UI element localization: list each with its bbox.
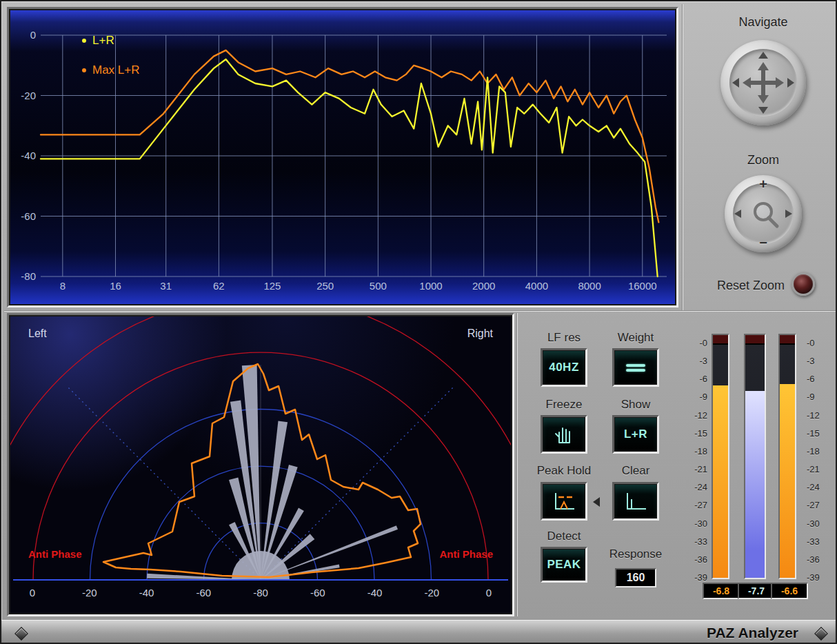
svg-text:16000: 16000 [628,280,657,292]
clip-led-left [713,335,728,345]
svg-text:500: 500 [370,280,387,292]
meter-fill-mid [745,391,765,578]
right-channel-label: Right [467,328,493,340]
legend-label-lr: L+R [92,34,114,48]
collapse-arrow-icon[interactable] [593,497,600,507]
response-label: Response [598,547,674,561]
svg-text:-20: -20 [82,587,97,598]
meter-fill-left [713,385,728,578]
svg-text:250: 250 [316,280,334,292]
zoom-control[interactable]: + − [725,175,802,252]
svg-text:-40: -40 [21,150,36,161]
svg-text:62: 62 [213,280,225,292]
detect-button[interactable]: PEAK [541,547,587,583]
meter-right [778,334,796,579]
meter-well-right [780,345,795,578]
horizontal-divider [4,310,836,311]
legend-label-max-lr: Max L+R [92,63,140,77]
meter-readout-left: -6.8 [703,583,740,599]
show-button[interactable]: L+R [612,415,659,454]
polar-graph: 0-20-40-60-80-60-40-200 [10,316,511,613]
zoom-in-button[interactable]: + [725,177,802,192]
spectrum-display: 81631621252505001000200040008000160000-2… [9,9,676,305]
left-channel-label: Left [28,328,47,340]
navigate-arrows-icon [720,40,806,125]
svg-text:8000: 8000 [578,280,601,292]
svg-text:-20: -20 [424,587,439,598]
lf-res-label: LF res [526,331,602,345]
svg-text:2000: 2000 [472,280,495,292]
svg-text:-20: -20 [21,90,36,101]
reset-zoom-button[interactable] [791,272,815,296]
show-value: L+R [624,427,647,441]
response-value: 160 [627,572,645,584]
svg-text:125: 125 [263,280,281,292]
clip-led-mid [745,335,765,345]
svg-text:0: 0 [486,587,492,598]
svg-text:16: 16 [110,280,121,292]
clear-label: Clear [598,464,674,478]
detect-value: PEAK [547,558,581,572]
vertical-divider-bottom [516,313,517,616]
clip-led-right [780,335,795,345]
vertical-divider-top [682,4,683,310]
meter-well-left [713,345,728,578]
legend-item-max-lr: Max L+R [82,63,140,77]
polar-panel: 0-20-40-60-80-60-40-200 Left Right Anti … [7,313,514,616]
zoom-label: Zoom [694,153,832,167]
waves-diamond-left-icon[interactable] [14,627,28,641]
svg-text:8: 8 [60,280,65,292]
legend-item-lr: L+R [82,34,140,48]
peak-hold-graph-icon [551,490,577,512]
svg-text:-80: -80 [21,270,36,282]
lf-res-value: 40HZ [549,361,579,374]
meter-left [712,334,729,579]
hand-icon [552,423,576,446]
polar-display: 0-20-40-60-80-60-40-200 Left Right Anti … [9,315,512,614]
plugin-title: PAZ Analyzer [707,625,798,641]
meter-readout-mid: -7.7 [738,583,775,599]
clear-graph-icon [623,490,649,512]
freeze-label: Freeze [526,398,602,412]
svg-text:-60: -60 [310,587,325,598]
spectrum-legend: L+R Max L+R [82,34,140,93]
polar-graph-content: 0-20-40-60-80-60-40-200 [10,316,511,598]
meter-well-mid [745,345,765,578]
meter-scale-left: -0-3-6-9-12-15-18-21-24-27-30-33-36-39 [681,339,707,592]
anti-phase-left-label: Anti Phase [28,548,82,560]
weight-button[interactable] [612,348,659,387]
svg-text:0: 0 [30,587,35,598]
response-value-box[interactable]: 160 [615,568,656,587]
meter-fill-right [780,384,795,578]
title-bar: PAZ Analyzer [1,620,836,644]
paz-analyzer-window: 81631621252505001000200040008000160000-2… [0,0,837,644]
show-label: Show [598,398,674,412]
weight-label: Weight [598,331,674,345]
meter-mid [744,334,766,579]
reset-zoom-label: Reset Zoom [677,279,785,292]
svg-text:4000: 4000 [525,280,548,292]
svg-text:-60: -60 [21,210,36,222]
svg-text:0: 0 [30,29,36,41]
peak-hold-label: Peak Hold [526,464,602,478]
svg-text:-80: -80 [253,587,268,598]
peak-hold-button[interactable] [541,482,587,521]
legend-dot-lr-icon [82,39,86,43]
meter-readout-right: -6.6 [771,583,808,599]
anti-phase-right-label: Anti Phase [439,548,493,560]
svg-text:-40: -40 [367,587,383,598]
navigate-control[interactable] [720,40,806,125]
zoom-out-button[interactable]: − [725,235,802,251]
legend-dot-max-lr-icon [82,68,86,72]
waves-diamond-right-icon[interactable] [814,627,828,641]
svg-text:-60: -60 [196,587,211,598]
flat-weight-icon [626,362,645,374]
meter-scale-right: -0-3-6-9-12-15-18-21-24-27-30-33-36-39 [807,339,834,592]
svg-text:31: 31 [160,280,172,292]
svg-text:-40: -40 [139,587,154,598]
clear-button[interactable] [612,482,659,521]
freeze-button[interactable] [541,415,587,454]
detect-label: Detect [526,530,602,543]
svg-text:1000: 1000 [419,280,442,292]
lf-res-button[interactable]: 40HZ [541,348,587,387]
